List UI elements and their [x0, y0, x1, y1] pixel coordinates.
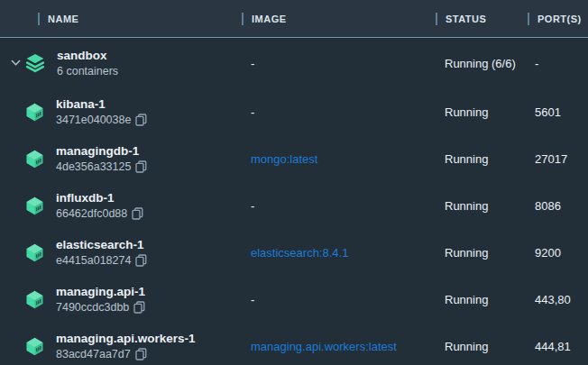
- ports-cell: 27017: [528, 152, 588, 166]
- container-id: e4415a018274: [56, 253, 131, 268]
- table-row[interactable]: managing.api-1 7490ccdc3dbb - Running 44…: [0, 276, 588, 323]
- container-name: managingdb-1: [56, 143, 147, 160]
- status-cell: Running: [436, 246, 528, 260]
- container-box-icon: [25, 103, 44, 122]
- table-row[interactable]: kibana-1 3471e040038e - Running 5601: [0, 88, 588, 135]
- container-name: elasticsearch-1: [56, 237, 147, 253]
- name-cell: elasticsearch-1 e4415a018274: [0, 229, 242, 276]
- image-empty-dash: -: [251, 293, 254, 306]
- name-cell: managingdb-1 4de356a33125: [0, 135, 242, 182]
- ports-cell: 443,80: [528, 293, 588, 306]
- container-box-icon: [25, 290, 44, 309]
- container-subtext: 3471e040038e: [56, 113, 147, 127]
- name-text-block: kibana-1 3471e040038e: [56, 96, 147, 127]
- copy-icon[interactable]: [132, 207, 143, 220]
- table-row[interactable]: managingdb-1 4de356a33125 mongo:latest R…: [0, 135, 588, 182]
- image-empty-dash: -: [251, 57, 254, 70]
- container-subtext: 7490ccdc3dbb: [56, 300, 145, 315]
- ports-cell: -: [528, 57, 588, 70]
- status-cell: Running (6/6): [436, 57, 528, 70]
- container-subtext: 6 containers: [57, 64, 118, 78]
- column-header-status-label: STATUS: [446, 14, 486, 24]
- container-id: 83acd47aa7d7: [56, 347, 131, 361]
- status-cell: Running: [436, 105, 528, 119]
- image-cell: -: [242, 57, 436, 70]
- image-cell: -: [242, 199, 436, 213]
- ports-cell: 5601: [528, 105, 588, 119]
- image-link[interactable]: mongo:latest: [251, 152, 317, 166]
- container-name: sandbox: [57, 48, 118, 64]
- image-cell: managing.api.workers:latest: [242, 340, 436, 353]
- status-cell: Running: [436, 340, 528, 353]
- chevron-down-icon[interactable]: [11, 59, 21, 67]
- name-cell: managing.api.workers-1 83acd47aa7d7: [0, 323, 242, 365]
- container-name: managing.api-1: [56, 284, 145, 300]
- column-header-ports-label: PORT(S): [537, 14, 582, 24]
- container-name: influxdb-1: [56, 190, 143, 206]
- container-box-icon: [25, 150, 44, 169]
- column-separator: [528, 13, 529, 25]
- table-row[interactable]: elasticsearch-1 e4415a018274 elasticsear…: [0, 229, 588, 276]
- column-separator: [436, 13, 437, 25]
- container-subtext: 66462dfc0d88: [56, 206, 143, 221]
- column-separator: [38, 13, 40, 25]
- column-header-ports[interactable]: PORT(S): [528, 13, 588, 25]
- image-empty-dash: -: [251, 199, 254, 213]
- image-cell: mongo:latest: [242, 152, 436, 166]
- container-id: 6 containers: [57, 64, 118, 78]
- container-name: kibana-1: [56, 96, 147, 113]
- copy-icon[interactable]: [135, 348, 147, 360]
- column-header-image-label: IMAGE: [252, 14, 287, 24]
- name-cell: influxdb-1 66462dfc0d88: [0, 182, 242, 229]
- copy-icon[interactable]: [133, 301, 145, 314]
- status-cell: Running: [436, 152, 528, 166]
- table-row[interactable]: managing.api.workers-1 83acd47aa7d7 mana…: [0, 323, 588, 365]
- name-text-block: managingdb-1 4de356a33125: [56, 143, 147, 174]
- column-header-name-label: NAME: [48, 14, 78, 24]
- table-row[interactable]: influxdb-1 66462dfc0d88 - Running 8086: [0, 182, 588, 229]
- name-text-block: managing.api-1 7490ccdc3dbb: [56, 284, 145, 315]
- name-text-block: managing.api.workers-1 83acd47aa7d7: [56, 331, 196, 361]
- image-empty-dash: -: [251, 105, 254, 119]
- ports-cell: 444,81: [528, 340, 588, 353]
- container-id: 3471e040038e: [56, 113, 131, 127]
- status-cell: Running: [436, 293, 528, 306]
- name-text-block: influxdb-1 66462dfc0d88: [56, 190, 143, 221]
- copy-icon[interactable]: [135, 114, 147, 126]
- image-link[interactable]: elasticsearch:8.4.1: [251, 246, 348, 260]
- table-header: NAME IMAGE STATUS PORT(S): [0, 0, 588, 38]
- image-cell: -: [242, 293, 436, 306]
- column-header-name[interactable]: NAME: [0, 13, 242, 25]
- name-text-block: elasticsearch-1 e4415a018274: [56, 237, 147, 268]
- container-id: 7490ccdc3dbb: [56, 300, 129, 315]
- layers-stack-icon: [25, 53, 45, 73]
- container-id: 66462dfc0d88: [56, 206, 127, 221]
- copy-icon[interactable]: [135, 254, 147, 267]
- column-header-status[interactable]: STATUS: [436, 13, 528, 25]
- container-id: 4de356a33125: [56, 160, 131, 174]
- image-link[interactable]: managing.api.workers:latest: [251, 340, 397, 353]
- column-header-image[interactable]: IMAGE: [242, 13, 436, 25]
- name-cell: kibana-1 3471e040038e: [0, 88, 242, 135]
- copy-icon[interactable]: [135, 160, 147, 173]
- ports-cell: 9200: [528, 246, 588, 260]
- container-box-icon: [25, 337, 44, 356]
- container-box-icon: [25, 196, 44, 215]
- status-cell: Running: [436, 199, 528, 213]
- table-row[interactable]: sandbox 6 containers - Running (6/6) -: [0, 38, 588, 88]
- image-cell: elasticsearch:8.4.1: [242, 246, 436, 260]
- container-subtext: 83acd47aa7d7: [56, 347, 196, 361]
- name-cell: sandbox 6 containers: [0, 38, 242, 88]
- name-cell: managing.api-1 7490ccdc3dbb: [0, 276, 242, 323]
- containers-table: NAME IMAGE STATUS PORT(S): [0, 0, 588, 365]
- table-body: sandbox 6 containers - Running (6/6) -: [0, 38, 588, 365]
- image-cell: -: [242, 105, 436, 119]
- container-name: managing.api.workers-1: [56, 331, 196, 347]
- container-box-icon: [25, 243, 44, 262]
- container-subtext: 4de356a33125: [56, 160, 147, 174]
- ports-cell: 8086: [528, 199, 588, 213]
- container-subtext: e4415a018274: [56, 253, 147, 268]
- name-text-block: sandbox 6 containers: [57, 48, 118, 78]
- column-separator: [242, 13, 243, 25]
